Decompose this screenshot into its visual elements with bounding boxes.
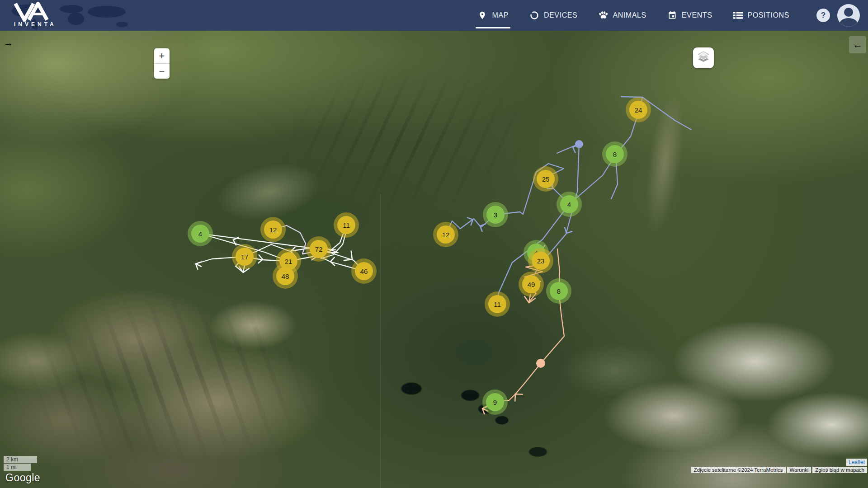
imagery-attribution: Zdjęcie satelitarne ©2024 TerraMetrics — [691, 467, 786, 473]
nav-item-animals[interactable]: ANIMALS — [598, 0, 646, 31]
animal-cluster-marker-8[interactable]: 8 — [546, 278, 571, 304]
calendar-icon — [667, 10, 677, 20]
cluster-count: 48 — [276, 267, 294, 285]
animal-cluster-marker-8[interactable]: 8 — [602, 141, 627, 167]
cluster-count: 12 — [437, 225, 455, 244]
brand-name: INVENTA — [14, 21, 57, 28]
list-icon — [733, 10, 743, 20]
cluster-count: 11 — [337, 216, 355, 234]
va-logo-icon — [14, 2, 50, 22]
cluster-count: 9 — [486, 393, 504, 411]
terms-link[interactable]: Warunki — [787, 467, 811, 473]
avatar-shoulders-icon — [840, 18, 858, 27]
animal-cluster-marker-4[interactable]: 4 — [188, 221, 213, 246]
cluster-count: 4 — [191, 225, 209, 243]
nav-label: ANIMALS — [613, 11, 646, 19]
cluster-count: 72 — [310, 240, 328, 258]
nav-label: POSITIONS — [747, 11, 789, 19]
cluster-count: 46 — [355, 262, 373, 280]
map-canvas[interactable]: 412111772214846248254312423498119 + − → … — [0, 0, 868, 488]
animal-cluster-marker-9[interactable]: 9 — [482, 389, 508, 415]
nav-item-events[interactable]: EVENTS — [667, 0, 712, 31]
animal-cluster-marker-46[interactable]: 46 — [351, 258, 377, 284]
app-header: INVENTA MAP DEVICES — [0, 0, 868, 31]
animal-cluster-marker-11[interactable]: 11 — [334, 212, 359, 238]
avatar-head-icon — [844, 8, 853, 17]
cluster-count: 49 — [522, 275, 540, 293]
animal-cluster-marker-23[interactable]: 23 — [528, 248, 553, 273]
map-attribution: Zdjęcie satelitarne ©2024 TerraMetrics W… — [691, 467, 867, 473]
report-error-link[interactable]: Zgłoś błąd w mapach — [812, 467, 867, 473]
left-panel-toggle-arrow[interactable]: → — [4, 38, 13, 47]
animal-cluster-marker-3[interactable]: 3 — [483, 202, 508, 227]
nav-label: MAP — [492, 11, 508, 19]
zoom-in-button[interactable]: + — [154, 48, 170, 63]
nav-item-devices[interactable]: DEVICES — [529, 0, 577, 31]
help-button[interactable]: ? — [816, 9, 830, 22]
cluster-count: 8 — [550, 282, 568, 300]
map-scale: 2 km 1 mi — [4, 456, 37, 471]
animal-cluster-marker-12[interactable]: 12 — [433, 222, 458, 247]
cluster-count: 3 — [486, 206, 505, 224]
right-panel-toggle-arrow[interactable]: ← — [849, 36, 866, 53]
animal-cluster-marker-25[interactable]: 25 — [533, 166, 558, 192]
animal-cluster-marker-11[interactable]: 11 — [485, 291, 510, 317]
animal-cluster-marker-48[interactable]: 48 — [273, 263, 298, 289]
scale-mi: 1 mi — [4, 464, 31, 471]
layers-button[interactable] — [693, 47, 714, 68]
cluster-count: 24 — [629, 101, 647, 119]
google-logo[interactable]: Google — [5, 472, 40, 484]
animal-cluster-marker-24[interactable]: 24 — [626, 97, 651, 122]
cluster-count: 12 — [264, 221, 282, 239]
main-nav: MAP DEVICES ANIMALS — [477, 0, 868, 31]
brand-logo[interactable]: INVENTA — [0, 0, 149, 31]
cluster-count: 11 — [488, 295, 506, 313]
paw-icon — [598, 10, 608, 20]
animal-cluster-marker-17[interactable]: 17 — [232, 244, 257, 269]
cluster-markers-layer: 412111772214846248254312423498119 — [0, 0, 868, 488]
layers-icon — [697, 51, 710, 65]
animal-cluster-marker-4[interactable]: 4 — [557, 192, 582, 217]
nav-item-map[interactable]: MAP — [477, 0, 508, 31]
nav-label: DEVICES — [544, 11, 577, 19]
nav-item-positions[interactable]: POSITIONS — [733, 0, 789, 31]
animal-cluster-marker-72[interactable]: 72 — [306, 236, 331, 262]
nav-label: EVENTS — [682, 11, 712, 19]
collar-ring-icon — [529, 10, 539, 20]
header-right-controls: ? — [816, 4, 860, 27]
map-pin-icon — [477, 10, 487, 20]
cluster-count: 8 — [606, 145, 624, 163]
cluster-count: 25 — [537, 170, 555, 188]
zoom-control: + − — [154, 48, 170, 79]
animal-cluster-marker-12[interactable]: 12 — [260, 217, 286, 242]
zoom-out-button[interactable]: − — [154, 63, 170, 79]
animal-cluster-marker-49[interactable]: 49 — [519, 272, 544, 297]
cluster-count: 4 — [560, 195, 578, 213]
leaflet-attribution-link[interactable]: Leaflet — [846, 459, 867, 466]
cluster-count: 17 — [236, 248, 254, 266]
user-avatar[interactable] — [837, 4, 860, 27]
cluster-count: 23 — [532, 252, 550, 270]
scale-km: 2 km — [4, 456, 37, 463]
